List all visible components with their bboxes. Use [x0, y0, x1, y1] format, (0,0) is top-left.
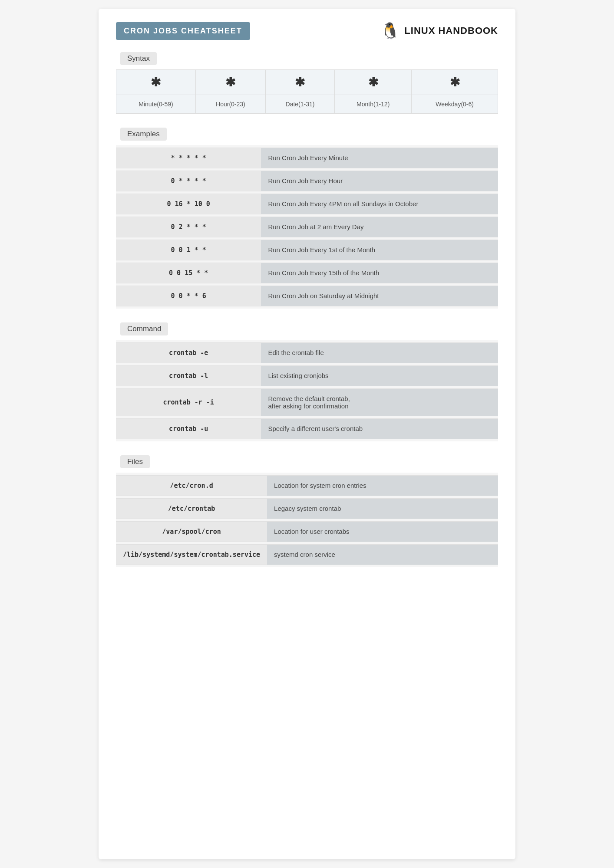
- syntax-label: Syntax: [120, 52, 157, 65]
- file-desc-3: systemd cron service: [267, 544, 498, 565]
- syntax-star-row: ✱ ✱ ✱ ✱ ✱: [116, 70, 498, 95]
- table-row: /lib/systemd/system/crontab.service syst…: [116, 544, 498, 565]
- example-desc-3: Run Cron Job at 2 am Every Day: [261, 217, 498, 237]
- syntax-table: ✱ ✱ ✱ ✱ ✱ Minute(0-59) Hour(0-23) Date(1…: [116, 69, 498, 114]
- example-desc-5: Run Cron Job Every 15th of the Month: [261, 263, 498, 283]
- files-table: /etc/cron.d Location for system cron ent…: [116, 473, 498, 567]
- star-0: ✱: [151, 76, 161, 89]
- table-row: /var/spool/cron Location for user cronta…: [116, 521, 498, 542]
- example-code-2: 0 16 * 10 0: [116, 194, 261, 214]
- command-label: Command: [120, 322, 168, 335]
- example-desc-2: Run Cron Job Every 4PM on all Sundays in…: [261, 194, 498, 214]
- command-desc-0: Edit the crontab file: [261, 342, 498, 363]
- examples-label: Examples: [120, 128, 167, 141]
- table-row: 0 * * * * Run Cron Job Every Hour: [116, 171, 498, 191]
- syntax-cell-1: ✱: [195, 70, 265, 95]
- example-code-0: * * * * *: [116, 148, 261, 168]
- syntax-label-1: Hour(0-23): [195, 95, 265, 114]
- example-code-3: 0 2 * * *: [116, 217, 261, 237]
- syntax-label-0: Minute(0-59): [116, 95, 196, 114]
- syntax-label-row: Minute(0-59) Hour(0-23) Date(1-31) Month…: [116, 95, 498, 114]
- example-desc-4: Run Cron Job Every 1st of the Month: [261, 240, 498, 260]
- star-3: ✱: [368, 76, 378, 89]
- table-row: crontab -r -i Remove the default crontab…: [116, 388, 498, 416]
- file-code-1: /etc/crontab: [116, 498, 267, 519]
- command-code-3: crontab -u: [116, 418, 261, 439]
- file-code-3: /lib/systemd/system/crontab.service: [116, 544, 267, 565]
- divider: [116, 306, 498, 309]
- logo-text: LINUX HANDBOOK: [404, 25, 498, 36]
- divider: [116, 439, 498, 441]
- command-desc-2: Remove the default crontab,after asking …: [261, 388, 498, 416]
- header: CRON JOBS CHEATSHEET 🐧 LINUX HANDBOOK: [116, 22, 498, 40]
- syntax-cell-3: ✱: [335, 70, 412, 95]
- table-row: crontab -e Edit the crontab file: [116, 342, 498, 363]
- examples-section: Examples * * * * * Run Cron Job Every Mi…: [116, 128, 498, 309]
- star-1: ✱: [225, 76, 235, 89]
- star-4: ✱: [450, 76, 460, 89]
- file-desc-2: Location for user crontabs: [267, 521, 498, 542]
- page: CRON JOBS CHEATSHEET 🐧 LINUX HANDBOOK Sy…: [99, 9, 515, 859]
- command-table: crontab -e Edit the crontab file crontab…: [116, 340, 498, 441]
- command-code-2: crontab -r -i: [116, 388, 261, 416]
- example-code-4: 0 0 1 * *: [116, 240, 261, 260]
- divider: [116, 565, 498, 567]
- files-section: Files /etc/cron.d Location for system cr…: [116, 455, 498, 567]
- command-code-0: crontab -e: [116, 342, 261, 363]
- syntax-section: Syntax ✱ ✱ ✱ ✱ ✱ Minute(0-59) Hour(0-23)…: [116, 52, 498, 114]
- page-title: CRON JOBS CHEATSHEET: [116, 22, 250, 40]
- example-code-5: 0 0 15 * *: [116, 263, 261, 283]
- command-desc-1: List existing cronjobs: [261, 365, 498, 386]
- table-row: 0 2 * * * Run Cron Job at 2 am Every Day: [116, 217, 498, 237]
- syntax-label-4: Weekday(0-6): [412, 95, 498, 114]
- syntax-label-2: Date(1-31): [265, 95, 334, 114]
- syntax-cell-0: ✱: [116, 70, 196, 95]
- table-row: crontab -l List existing cronjobs: [116, 365, 498, 386]
- example-desc-0: Run Cron Job Every Minute: [261, 148, 498, 168]
- file-code-2: /var/spool/cron: [116, 521, 267, 542]
- star-2: ✱: [295, 76, 305, 89]
- examples-table: * * * * * Run Cron Job Every Minute 0 * …: [116, 145, 498, 309]
- files-label: Files: [120, 455, 150, 468]
- logo: 🐧 LINUX HANDBOOK: [380, 22, 498, 40]
- table-row: crontab -u Specify a different user's cr…: [116, 418, 498, 439]
- table-row: 0 0 15 * * Run Cron Job Every 15th of th…: [116, 263, 498, 283]
- table-row: /etc/crontab Legacy system crontab: [116, 498, 498, 519]
- command-code-1: crontab -l: [116, 365, 261, 386]
- command-section: Command crontab -e Edit the crontab file…: [116, 322, 498, 441]
- logo-icon: 🐧: [380, 22, 400, 40]
- example-code-1: 0 * * * *: [116, 171, 261, 191]
- example-desc-6: Run Cron Job on Saturday at Midnight: [261, 286, 498, 306]
- syntax-label-3: Month(1-12): [335, 95, 412, 114]
- example-desc-1: Run Cron Job Every Hour: [261, 171, 498, 191]
- syntax-cell-4: ✱: [412, 70, 498, 95]
- table-row: 0 0 * * 6 Run Cron Job on Saturday at Mi…: [116, 286, 498, 306]
- file-code-0: /etc/cron.d: [116, 475, 267, 496]
- table-row: 0 16 * 10 0 Run Cron Job Every 4PM on al…: [116, 194, 498, 214]
- syntax-cell-2: ✱: [265, 70, 334, 95]
- table-row: /etc/cron.d Location for system cron ent…: [116, 475, 498, 496]
- command-desc-3: Specify a different user's crontab: [261, 418, 498, 439]
- table-row: 0 0 1 * * Run Cron Job Every 1st of the …: [116, 240, 498, 260]
- file-desc-1: Legacy system crontab: [267, 498, 498, 519]
- file-desc-0: Location for system cron entries: [267, 475, 498, 496]
- example-code-6: 0 0 * * 6: [116, 286, 261, 306]
- table-row: * * * * * Run Cron Job Every Minute: [116, 148, 498, 168]
